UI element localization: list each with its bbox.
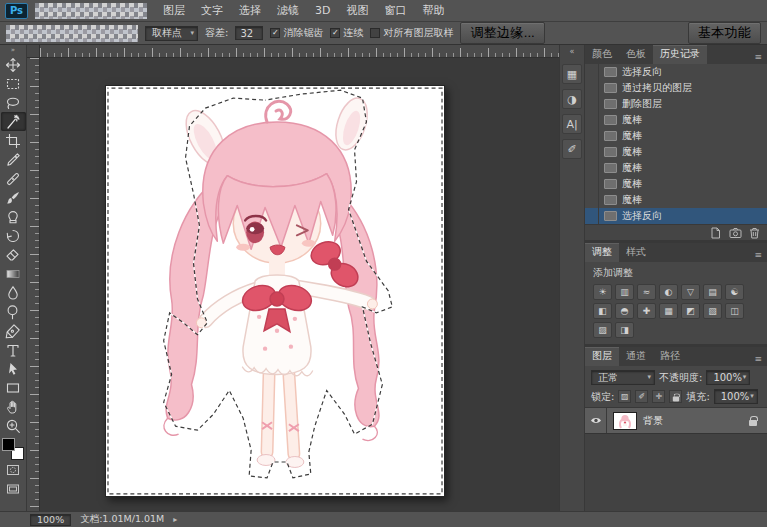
screen-mode-icon[interactable] [1, 479, 26, 498]
history-state[interactable]: 魔棒 [585, 144, 767, 160]
history-source-well[interactable] [585, 128, 599, 144]
fill-dropdown[interactable]: 100% [714, 389, 758, 404]
adjustment-icon-channel-mixer[interactable]: ✚ [637, 303, 656, 319]
expand-dock-icon[interactable]: « [570, 47, 575, 59]
history-source-well[interactable] [585, 208, 599, 224]
tab-layers[interactable]: 图层 [585, 347, 619, 366]
layer-thumbnail[interactable] [613, 412, 637, 430]
layer-visibility-toggle[interactable] [585, 408, 607, 433]
blend-mode-dropdown[interactable]: 正常 [591, 370, 655, 385]
history-source-well[interactable] [585, 112, 599, 128]
tolerance-input[interactable]: 32 [235, 26, 263, 40]
lock-transparent-pixels-icon[interactable]: ▨ [618, 390, 631, 403]
tab-history[interactable]: 历史记录 [653, 45, 707, 64]
tab-adjustments[interactable]: 调整 [585, 243, 619, 262]
menu-filter[interactable]: 滤镜 [269, 0, 307, 21]
brush-panel-icon[interactable]: ✐ [562, 139, 582, 159]
eraser-tool[interactable] [1, 245, 26, 264]
move-tool[interactable] [1, 55, 26, 74]
lock-image-pixels-icon[interactable]: ✐ [635, 390, 648, 403]
lock-all-icon[interactable] [669, 390, 682, 403]
menu-view[interactable]: 视图 [338, 0, 376, 21]
document-canvas[interactable] [105, 85, 445, 497]
history-state[interactable]: 魔棒 [585, 176, 767, 192]
antialias-checkbox[interactable]: ✓ [270, 28, 280, 38]
path-selection-tool[interactable] [1, 359, 26, 378]
zoom-tool[interactable] [1, 416, 26, 435]
gradient-tool[interactable] [1, 264, 26, 283]
spot-healing-brush-tool[interactable] [1, 169, 26, 188]
panel-menu-icon[interactable]: ≡ [749, 354, 767, 366]
tab-color[interactable]: 颜色 [585, 45, 619, 64]
foreground-color-swatch[interactable] [2, 438, 15, 451]
opacity-dropdown[interactable]: 100% [706, 370, 750, 385]
adjustment-icon-black-white[interactable]: ◧ [593, 303, 612, 319]
new-document-from-state-icon[interactable] [709, 227, 722, 239]
history-state[interactable]: 魔棒 [585, 128, 767, 144]
adjustments-panel-icon[interactable]: ◑ [562, 89, 582, 109]
pen-tool[interactable] [1, 321, 26, 340]
adjustment-icon-invert[interactable]: ◩ [681, 303, 700, 319]
panel-menu-icon[interactable]: ≡ [749, 250, 767, 262]
adjustment-icon-color-lookup[interactable]: ▦ [659, 303, 678, 319]
history-source-well[interactable] [585, 160, 599, 176]
history-source-well[interactable] [585, 96, 599, 112]
canvas-area[interactable] [27, 45, 559, 511]
adjustment-icon-levels[interactable]: ▥ [615, 284, 634, 300]
contiguous-option[interactable]: ✓ 连续 [330, 26, 363, 40]
status-expander-icon[interactable]: ▸ [173, 515, 177, 524]
history-state[interactable]: 通过拷贝的图层 [585, 80, 767, 96]
adjustment-icon-vibrance[interactable]: ▽ [681, 284, 700, 300]
adjustment-icon-selective-color[interactable]: ◨ [615, 322, 634, 338]
type-tool[interactable] [1, 340, 26, 359]
history-state-selected[interactable]: 选择反向 [585, 208, 767, 224]
brush-tool[interactable] [1, 188, 26, 207]
adjustment-icon-color-balance[interactable]: ☯ [725, 284, 744, 300]
layer-row-background[interactable]: 背景 [585, 408, 767, 434]
contiguous-checkbox[interactable]: ✓ [330, 28, 340, 38]
panel-menu-icon[interactable]: ≡ [749, 52, 767, 64]
adjustment-icon-exposure[interactable]: ◐ [659, 284, 678, 300]
sample-all-layers-checkbox[interactable] [370, 28, 380, 38]
workspace-switcher-button[interactable]: 基本功能 [688, 22, 761, 44]
tab-channels[interactable]: 通道 [619, 347, 653, 366]
history-state[interactable]: 选择反向 [585, 64, 767, 80]
menu-help[interactable]: 帮助 [414, 0, 452, 21]
blur-tool[interactable] [1, 283, 26, 302]
delete-state-trash-icon[interactable] [749, 227, 760, 239]
character-panel-icon[interactable]: A| [562, 114, 582, 134]
lock-position-icon[interactable]: ✛ [652, 390, 665, 403]
tab-paths[interactable]: 路径 [653, 347, 687, 366]
quick-mask-icon[interactable] [1, 460, 26, 479]
menu-type[interactable]: 文字 [193, 0, 231, 21]
adjustment-icon-photo-filter[interactable]: ◓ [615, 303, 634, 319]
history-state[interactable]: 魔棒 [585, 192, 767, 208]
tab-swatches[interactable]: 色板 [619, 45, 653, 64]
lasso-tool[interactable] [1, 93, 26, 112]
adjustment-icon-hue-saturation[interactable]: ▤ [703, 284, 722, 300]
menu-3d[interactable]: 3D [307, 1, 338, 20]
clone-stamp-tool[interactable] [1, 207, 26, 226]
history-state[interactable]: 魔棒 [585, 160, 767, 176]
antialias-option[interactable]: ✓ 消除锯齿 [270, 26, 323, 40]
menu-layer[interactable]: 图层 [155, 0, 193, 21]
refine-edge-button[interactable]: 调整边缘... [460, 22, 544, 44]
swatches-panel-icon[interactable]: ▦ [562, 64, 582, 84]
history-state[interactable]: 魔棒 [585, 112, 767, 128]
history-state[interactable]: 删除图层 [585, 96, 767, 112]
adjustment-icon-brightness-contrast[interactable]: ☀ [593, 284, 612, 300]
menu-window[interactable]: 窗口 [376, 0, 414, 21]
adjustment-icon-threshold[interactable]: ◫ [725, 303, 744, 319]
adjustment-icon-curves[interactable]: ≈ [637, 284, 656, 300]
shape-tool[interactable] [1, 378, 26, 397]
magic-wand-tool[interactable] [1, 112, 26, 131]
history-source-well[interactable] [585, 64, 599, 80]
adjustment-icon-gradient-map[interactable]: ▨ [593, 322, 612, 338]
history-source-well[interactable] [585, 144, 599, 160]
rectangular-marquee-tool[interactable] [1, 74, 26, 93]
hand-tool[interactable] [1, 397, 26, 416]
menu-select[interactable]: 选择 [231, 0, 269, 21]
new-snapshot-icon[interactable] [729, 227, 742, 239]
sample-size-dropdown[interactable]: 取样点 [145, 26, 198, 41]
history-source-well[interactable] [585, 192, 599, 208]
